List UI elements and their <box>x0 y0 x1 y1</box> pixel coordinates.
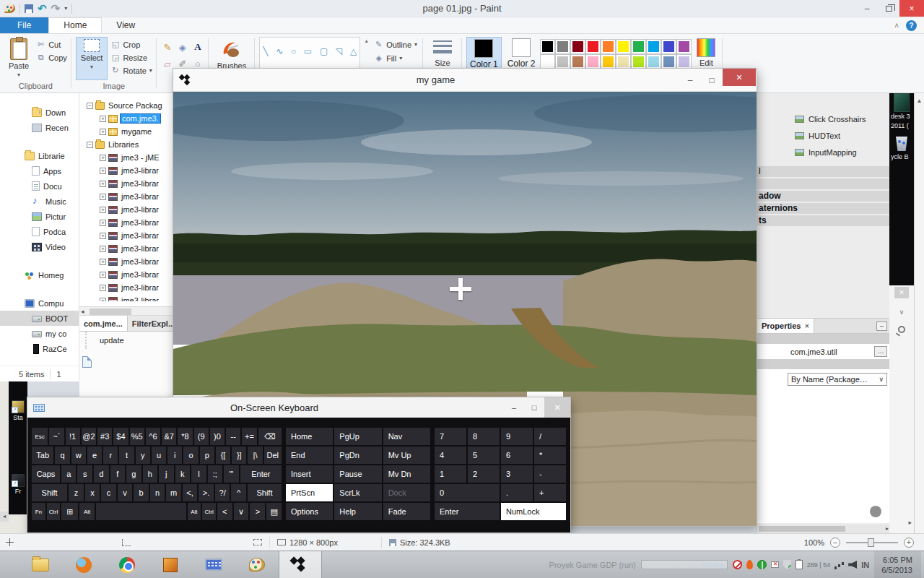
pencil-tool-icon[interactable]: ✎ <box>161 40 174 54</box>
osk-key-@2[interactable]: @2 <box>82 428 96 445</box>
osk-key-#3[interactable]: #3 <box>97 428 112 445</box>
tree-row-jme3librar[interactable]: +jme3-librar <box>79 203 173 216</box>
sort-dropdown[interactable]: By Name (Package… ∨ <box>788 373 887 386</box>
explorer-item-music[interactable]: Music <box>0 194 79 209</box>
osk-key-insert[interactable]: Insert <box>286 465 333 483</box>
osk-key-pause[interactable]: Pause <box>334 465 381 483</box>
osk-key-Enter[interactable]: Enter <box>240 465 282 483</box>
osk-key-z[interactable]: z <box>69 484 84 501</box>
osk-key-^[interactable]: ^ <box>231 484 246 501</box>
osk-key-$4[interactable]: $4 <box>113 428 128 445</box>
expander-icon[interactable]: + <box>100 116 106 122</box>
palette-swatch[interactable] <box>571 40 585 53</box>
navigator-item-update[interactable]: update <box>85 332 173 349</box>
osk-key-|\[interactable]: |\ <box>248 447 262 464</box>
zoom-in-button[interactable]: + <box>904 538 914 548</box>
osk-numpad-7[interactable]: 7 <box>435 428 466 445</box>
osk-key-<,[interactable]: <, <box>183 484 198 501</box>
explorer-item-boot[interactable]: BOOT <box>0 311 79 326</box>
osk-key-⊞[interactable]: ⊞ <box>61 503 78 520</box>
game-maximize-button[interactable]: □ <box>701 75 723 85</box>
osk-key-scrlk[interactable]: ScrLk <box>334 484 381 501</box>
paste-button[interactable]: Paste ▾ <box>4 37 33 80</box>
osk-key-s[interactable]: s <box>77 465 92 483</box>
expander-icon[interactable]: + <box>100 246 106 252</box>
network-signal-icon[interactable] <box>834 561 844 569</box>
osk-key-Ctrl[interactable]: Ctrl <box>202 503 216 520</box>
expander-icon[interactable]: − <box>87 142 93 148</box>
osk-key-∨[interactable]: ∨ <box>234 503 249 520</box>
expander-icon[interactable]: − <box>87 103 93 109</box>
action-center-flag-icon[interactable] <box>771 561 779 568</box>
help-icon[interactable]: ? <box>906 20 917 31</box>
palette-swatch[interactable] <box>647 40 661 53</box>
osk-key-mvup[interactable]: Mv Up <box>383 447 430 464</box>
explorer-item-librarie[interactable]: Librarie <box>0 148 79 163</box>
osk-key-d[interactable]: d <box>94 465 109 483</box>
osk-key-space[interactable] <box>96 503 186 520</box>
osk-numpad-6[interactable]: 6 <box>501 447 533 464</box>
osk-key-j[interactable]: j <box>159 465 174 483</box>
osk-key-~`[interactable]: ~` <box>49 428 64 445</box>
osk-key-^6[interactable]: ^6 <box>146 428 160 445</box>
expander-icon[interactable]: + <box>100 272 106 278</box>
scroll-up-icon[interactable]: ▲ <box>915 93 924 104</box>
osk-numpad-[interactable]: * <box>534 447 566 464</box>
osk-key-x[interactable]: x <box>85 484 100 501</box>
osk-numpad-[interactable]: + <box>534 484 566 501</box>
expander-icon[interactable]: + <box>100 181 106 187</box>
explorer-item-apps[interactable]: Apps <box>0 163 79 178</box>
tree-row-jme3jme[interactable]: +jme3 - jME <box>79 151 173 164</box>
osk-key-}][interactable]: }] <box>232 447 246 464</box>
explorer-item-compu[interactable]: Compu <box>0 296 79 311</box>
palette-swatch[interactable] <box>556 55 570 69</box>
osk-numpad-numlock[interactable]: NumLock <box>501 503 566 520</box>
osk-key-p[interactable]: p <box>200 447 214 464</box>
osk-key-b[interactable]: b <box>134 484 149 501</box>
tree-row-jme3librar[interactable]: +jme3-librar <box>79 242 173 255</box>
expander-icon[interactable]: + <box>100 155 106 161</box>
fill-tool-icon[interactable]: ◈ <box>176 40 189 54</box>
osk-titlebar[interactable]: On-Screen Keyboard – □ ✕ <box>27 397 570 418</box>
explorer-item-video[interactable]: Video <box>0 239 79 254</box>
explorer-item-razce[interactable]: RazCe <box>0 341 79 356</box>
osk-key->[interactable]: > <box>250 503 265 520</box>
tree-row-jme3librar[interactable]: +jme3-librar <box>79 268 173 281</box>
osk-key-Del[interactable]: Del <box>264 447 282 464</box>
game-close-button[interactable]: ✕ <box>723 69 756 86</box>
osk-key-%5[interactable]: %5 <box>130 428 144 445</box>
tab-close-icon[interactable]: ✕ <box>804 323 809 329</box>
ribbon-collapse-icon[interactable]: ˄ <box>894 22 899 30</box>
outline-button[interactable]: ✎Outline ▾ <box>374 40 417 49</box>
osk-key-l[interactable]: l <box>191 465 206 483</box>
osk-key-nav[interactable]: Nav <box>383 428 430 445</box>
osk-key-pgup[interactable]: PgUp <box>334 428 381 445</box>
osk-close-button[interactable]: ✕ <box>544 397 570 418</box>
palette-swatch[interactable] <box>662 55 676 69</box>
palette-swatch[interactable] <box>586 40 600 53</box>
panel-row-fragment[interactable]: adow <box>757 191 889 202</box>
crop-button[interactable]: ◱Crop <box>110 40 152 49</box>
osk-key-home[interactable]: Home <box>286 428 333 445</box>
osk-key-{[[interactable]: {[ <box>216 447 230 464</box>
osk-key-pgdn[interactable]: PgDn <box>334 447 381 464</box>
volume-icon[interactable] <box>848 561 857 569</box>
tree-row-libraries[interactable]: −Libraries <box>79 138 173 151</box>
osk-key-dock[interactable]: Dock <box>383 484 430 501</box>
restore-button[interactable] <box>878 0 899 17</box>
panel-row-fragment[interactable]: l <box>757 166 889 177</box>
taskbar-osk-button[interactable] <box>192 551 235 578</box>
osk-key-end[interactable]: End <box>286 447 333 464</box>
palette-swatch[interactable] <box>541 55 554 69</box>
osk-numpad-[interactable]: . <box>501 484 533 501</box>
osk-key-q[interactable]: q <box>55 447 69 464</box>
browse-button[interactable]: … <box>874 346 887 357</box>
tree-row-jme3librar[interactable]: +jme3-librar <box>79 164 173 177</box>
properties-hscrollbar[interactable]: ▸ <box>757 525 890 533</box>
osk-numpad-0[interactable]: 0 <box>435 484 500 501</box>
properties-tab[interactable]: Properties ✕ <box>757 319 814 333</box>
osk-numpad-[interactable]: - <box>534 465 566 483</box>
shape-icon[interactable]: ▭ <box>304 47 312 56</box>
magnifier-icon[interactable] <box>898 326 905 333</box>
osk-key-Shift[interactable]: Shift <box>248 484 282 501</box>
